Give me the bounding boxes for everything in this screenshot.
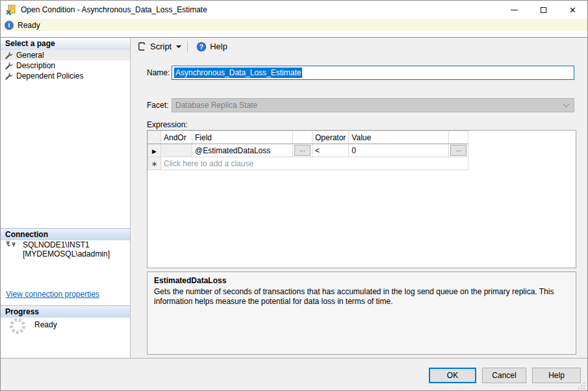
select-a-page-header: Select a page [1, 38, 130, 50]
connection-server: SQLNODE1\INST1 [MYDEMOSQL\adadmin] [23, 240, 110, 259]
row-selector[interactable]: ▶ [148, 144, 161, 157]
close-button[interactable]: ✕ [558, 1, 587, 19]
grid-header-field: Field [192, 131, 293, 144]
ok-button[interactable]: OK [429, 368, 476, 383]
description-body: Gets the number of seconds of transactio… [154, 287, 569, 307]
new-row-selector: ∗ [148, 157, 161, 170]
cell-operator[interactable]: < [313, 144, 349, 157]
script-label: Script [150, 42, 172, 51]
script-button[interactable]: Script [134, 40, 185, 54]
view-connection-properties-link[interactable]: View connection properties [6, 290, 99, 299]
condition-icon [5, 5, 16, 16]
grid-header-field-button [293, 131, 313, 144]
sidebar-item-label: General [16, 51, 44, 60]
status-text: Ready [18, 21, 40, 30]
expression-grid: AndOr Field Operator Value ▶ @EstimatedD… [147, 131, 468, 170]
wrench-icon [5, 62, 13, 70]
main-panel: Script ? Help Name: Asynchronous_Data_Lo… [131, 38, 587, 358]
expression-panel: AndOr Field Operator Value ▶ @EstimatedD… [147, 130, 576, 268]
progress-row: Ready [8, 317, 57, 335]
expression-label: Expression: [147, 120, 188, 129]
minimize-icon [511, 10, 518, 10]
svg-text:?: ? [199, 42, 203, 50]
cancel-button[interactable]: Cancel [482, 368, 526, 383]
open-condition-dialog: Open Condition - Asynchronous_Data_Loss_… [0, 0, 588, 391]
cell-field-ellipsis: ... [293, 144, 313, 157]
sidebar-item-dependent-policies[interactable]: Dependent Policies [1, 71, 130, 81]
help-icon: ? [196, 42, 207, 52]
separator-band [1, 31, 587, 37]
grid-header-operator: Operator [313, 131, 349, 144]
toolbar-separator [187, 41, 188, 53]
name-label: Name: [147, 68, 170, 77]
name-value-selected: Asynchronous_Data_Loss_Estimate [174, 68, 302, 78]
add-clause-hint: Click here to add a clause [164, 159, 253, 168]
sidebar-item-label: Description [16, 61, 55, 70]
grid-header-row: AndOr Field Operator Value [148, 131, 468, 144]
cell-value-ellipsis: ... [449, 144, 468, 157]
connection-icon [6, 240, 18, 251]
help-toolbar-button[interactable]: ? Help [193, 40, 231, 54]
field-ellipsis-button[interactable]: ... [294, 145, 311, 156]
facet-value: Database Replica State [175, 101, 257, 110]
maximize-icon [541, 7, 546, 13]
facet-dropdown: Database Replica State [172, 98, 574, 112]
close-icon: ✕ [569, 5, 576, 15]
maximize-button[interactable] [529, 1, 558, 19]
progress-status: Ready [34, 320, 57, 329]
help-button[interactable]: Help [532, 368, 581, 383]
new-row-icon: ∗ [151, 160, 157, 168]
chevron-down-icon [176, 45, 181, 48]
connection-server-line2: [MYDEMOSQL\adadmin] [23, 249, 110, 259]
facet-label: Facet: [147, 101, 168, 110]
value-ellipsis-button[interactable]: ... [450, 145, 467, 156]
sidebar-item-label: Dependent Policies [16, 71, 83, 81]
sidebar: Select a page General Description Depend… [1, 38, 131, 358]
grid-header-selector [148, 131, 161, 144]
status-strip: i Ready [1, 19, 587, 31]
help-label: Help [210, 42, 227, 51]
cell-andor[interactable] [161, 144, 192, 157]
footer: OK Cancel Help [1, 358, 587, 391]
progress-spinner-icon [8, 317, 27, 335]
window-title: Open Condition - Asynchronous_Data_Loss_… [21, 5, 207, 14]
description-panel: EstimatedDataLoss Gets the number of sec… [147, 271, 576, 355]
progress-header: Progress [1, 305, 130, 318]
new-clause-row[interactable]: ∗ Click here to add a clause [148, 157, 468, 170]
add-clause-cell[interactable]: Click here to add a clause [161, 157, 468, 170]
name-input[interactable]: Asynchronous_Data_Loss_Estimate [172, 66, 574, 80]
grid-header-value-button [449, 131, 468, 144]
minimize-button[interactable] [500, 1, 529, 19]
chevron-down-icon [563, 103, 570, 108]
cell-value[interactable]: 0 [349, 144, 449, 157]
connection-server-line1: SQLNODE1\INST1 [23, 240, 110, 249]
wrench-icon [5, 51, 13, 60]
info-icon: i [5, 21, 14, 30]
cell-field[interactable]: @EstimatedDataLoss [192, 144, 293, 157]
description-title: EstimatedDataLoss [154, 276, 569, 286]
toolbar: Script ? Help [131, 38, 587, 55]
script-icon [137, 42, 147, 51]
sidebar-item-general[interactable]: General [1, 50, 130, 60]
table-row[interactable]: ▶ @EstimatedDataLoss ... < 0 ... [148, 144, 468, 157]
current-row-arrow-icon: ▶ [152, 148, 157, 155]
resize-grip[interactable] [578, 382, 585, 390]
grid-header-andor: AndOr [161, 131, 192, 144]
wrench-icon [5, 72, 13, 81]
grid-header-value: Value [349, 131, 449, 144]
title-bar: Open Condition - Asynchronous_Data_Loss_… [1, 1, 587, 19]
sidebar-item-description[interactable]: Description [1, 60, 130, 71]
